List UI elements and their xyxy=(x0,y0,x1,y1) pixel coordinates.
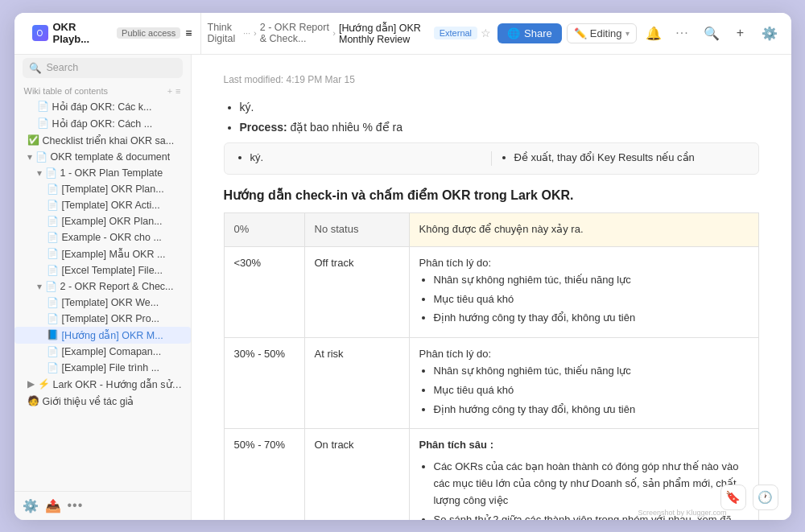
table-row: 30% - 50% At risk Phân tích lý do: Nhân … xyxy=(224,338,758,429)
doc-icon: 📄 xyxy=(47,265,59,276)
okr-table: 0% No status Không được để chuyện này xả… xyxy=(224,212,759,519)
sidebar-item-label: [Example] OKR Plan... xyxy=(62,216,163,227)
sidebar: 🔍 Search Wiki table of contents + ≡ 📄 Hỏ… xyxy=(14,55,192,520)
wiki-label-text: Wiki table of contents xyxy=(24,86,109,96)
status-cell: On track xyxy=(304,429,409,520)
checkbox-icon: ✅ xyxy=(27,134,39,146)
main-area: 🔍 Search Wiki table of contents + ≡ 📄 Hỏ… xyxy=(14,55,791,520)
wiki-label-icons: + ≡ xyxy=(167,86,181,96)
doc-icon: 📄 xyxy=(37,101,49,112)
star-icon[interactable]: ☆ xyxy=(481,27,491,39)
breadcrumb: Think Digital ··· › 2 - OKR Report & Che… xyxy=(208,22,492,45)
sidebar-item-10[interactable]: 📄 [Example] Mẫu OKR ... xyxy=(14,245,191,262)
sidebar-item-label: Hỏi đáp OKR: Cách ... xyxy=(52,118,153,130)
editing-label: Editing xyxy=(590,27,622,39)
breadcrumb-arrow-2: › xyxy=(332,28,336,38)
percent-cell: 50% - 70% xyxy=(224,429,304,520)
doc-icon: 📄 xyxy=(47,232,59,243)
bell-icon[interactable]: 🔔 xyxy=(642,21,666,45)
doc-icon: 📄 xyxy=(47,346,59,357)
breadcrumb-current: [Hướng dẫn] OKR Monthly Review xyxy=(339,22,431,45)
detail-cell: Không được để chuyện này xảy ra. xyxy=(409,213,758,247)
settings-footer-icon[interactable]: ⚙️ xyxy=(23,498,39,513)
sidebar-item-label: Checklist triển khai OKR sa... xyxy=(43,134,175,146)
doc-icon: 📄 xyxy=(47,184,59,195)
add-wiki-icon[interactable]: + xyxy=(167,86,172,96)
breadcrumb-think-digital[interactable]: Think Digital xyxy=(208,22,240,44)
breadcrumb-okr-report[interactable]: 2 - OKR Report & Check... xyxy=(260,22,330,44)
sidebar-item-label: 1 - OKR Plan Template xyxy=(60,167,163,179)
lightning-icon: ⚡ xyxy=(38,378,50,390)
sidebar-item-18[interactable]: ▶ ⚡ Lark OKR - Hướng dẫn sử d... xyxy=(14,376,191,393)
chevron-down-icon: ▾ xyxy=(625,29,630,38)
table-row: <30% Off track Phân tích lý do: Nhân sự … xyxy=(224,247,758,338)
percent-cell: <30% xyxy=(224,247,304,338)
app-title: OKR Playb... xyxy=(53,21,113,45)
sidebar-item-1[interactable]: 📄 Hỏi đáp OKR: Các k... xyxy=(14,98,191,115)
table-row: 0% No status Không được để chuyện này xả… xyxy=(224,213,758,247)
sidebar-item-label: 2 - OKR Report & Chec... xyxy=(60,281,174,292)
sidebar-item-label: [Example] File trình ... xyxy=(62,362,160,373)
sidebar-item-16[interactable]: 📄 [Example] Comapan... xyxy=(14,344,191,360)
settings-icon[interactable]: ⚙️ xyxy=(758,21,782,45)
share-footer-icon[interactable]: 📤 xyxy=(45,498,61,513)
doc-heading: Hướng dẫn check-in và chấm điểm OKR tron… xyxy=(224,188,759,203)
doc-icon: 📄 xyxy=(47,297,59,308)
chevron-right-icon: ▾ xyxy=(37,281,42,292)
detail-cell: Phân tích sâu : Các OKRs của các bạn hoà… xyxy=(409,429,758,520)
sidebar-item-label: OKR template & document xyxy=(51,151,171,163)
sidebar-item-13[interactable]: 📄 [Template] OKR We... xyxy=(14,295,191,311)
sidebar-item-3[interactable]: ✅ Checklist triển khai OKR sa... xyxy=(14,132,191,149)
doc-icon: 📄 xyxy=(35,151,47,163)
doc-icon: 📄 xyxy=(47,313,59,324)
sidebar-item-7[interactable]: 📄 [Template] OKR Acti... xyxy=(14,197,191,213)
sidebar-item-label: [Template] OKR Pro... xyxy=(62,313,160,324)
sidebar-content: 📄 Hỏi đáp OKR: Các k... 📄 Hỏi đáp OKR: C… xyxy=(14,98,191,491)
history-icon[interactable]: 🕐 xyxy=(753,485,778,510)
chevron-right-icon: ▾ xyxy=(37,167,42,179)
sidebar-item-19[interactable]: 🧑 Giới thiệu về tác giả xyxy=(14,393,191,410)
sidebar-item-label: [Hướng dẫn] OKR M... xyxy=(62,329,163,341)
sidebar-item-17[interactable]: 📄 [Example] File trình ... xyxy=(14,360,191,376)
sidebar-menu-icon[interactable]: ≡ xyxy=(185,27,192,39)
edit-icon: ✏️ xyxy=(574,27,587,39)
sidebar-item-label: Example - OKR cho ... xyxy=(62,232,162,243)
wiki-label: Wiki table of contents + ≡ xyxy=(14,81,191,98)
search-bar[interactable]: 🔍 Search xyxy=(23,58,183,78)
sidebar-item-14[interactable]: 📄 [Template] OKR Pro... xyxy=(14,311,191,327)
app-logo-icon: O xyxy=(32,25,48,41)
more-options-icon[interactable]: ··· xyxy=(671,21,695,45)
sidebar-item-label: [Excel Template] File... xyxy=(62,265,163,276)
sidebar-item-11[interactable]: 📄 [Excel Template] File... xyxy=(14,262,191,278)
sidebar-item-label: Lark OKR - Hướng dẫn sử d... xyxy=(53,378,184,390)
sidebar-item-6[interactable]: 📄 [Template] OKR Plan... xyxy=(14,181,191,197)
more-footer-icon[interactable]: ••• xyxy=(68,498,84,513)
doc-footer-icons: 🔖 🕐 xyxy=(720,485,778,510)
search-icon[interactable]: 🔍 xyxy=(700,21,724,45)
breadcrumb-sep-1: ··· xyxy=(243,28,250,38)
sidebar-item-label: [Template] OKR We... xyxy=(62,297,159,308)
doc-icon: 📄 xyxy=(47,216,59,227)
share-button[interactable]: 🌐 Share xyxy=(497,23,562,43)
breadcrumb-arrow-1: › xyxy=(254,28,257,38)
sidebar-item-4[interactable]: ▾ 📄 OKR template & document xyxy=(14,149,191,165)
doc-icon: 📄 xyxy=(47,248,59,259)
sidebar-item-label: [Template] OKR Acti... xyxy=(62,200,160,211)
sidebar-item-5[interactable]: ▾ 📄 1 - OKR Plan Template xyxy=(14,165,191,181)
editing-button[interactable]: ✏️ Editing ▾ xyxy=(567,23,637,43)
public-badge[interactable]: Public access xyxy=(117,27,180,39)
sidebar-item-2[interactable]: 📄 Hỏi đáp OKR: Cách ... xyxy=(14,115,191,132)
doc-active-icon: 📘 xyxy=(47,329,59,340)
sidebar-item-15[interactable]: 📘 [Hướng dẫn] OKR M... xyxy=(14,327,191,344)
sidebar-item-9[interactable]: 📄 Example - OKR cho ... xyxy=(14,229,191,245)
search-placeholder: Search xyxy=(47,62,79,73)
sidebar-item-8[interactable]: 📄 [Example] OKR Plan... xyxy=(14,213,191,229)
doc-icon: 📄 xyxy=(45,281,57,292)
sidebar-item-12[interactable]: ▾ 📄 2 - OKR Report & Chec... xyxy=(14,278,191,295)
add-icon[interactable]: + xyxy=(729,21,753,45)
list-wiki-icon[interactable]: ≡ xyxy=(175,86,180,96)
external-badge: External xyxy=(434,27,477,39)
detail-cell: Phân tích lý do: Nhân sự không nghiêm tú… xyxy=(409,247,758,338)
sidebar-item-label: Giới thiệu về tác giả xyxy=(43,395,134,407)
bookmark-icon[interactable]: 🔖 xyxy=(720,485,746,510)
